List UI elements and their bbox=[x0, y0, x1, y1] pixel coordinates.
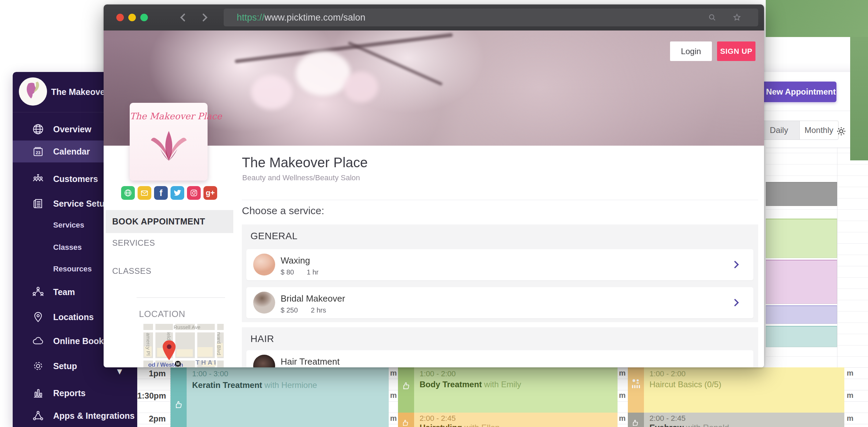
metro-station-icon: M bbox=[175, 361, 181, 367]
new-appointment-button[interactable]: + New Appointment bbox=[758, 82, 836, 102]
minimize-window-button[interactable] bbox=[128, 14, 136, 21]
location-heading: LOCATION bbox=[139, 309, 185, 319]
thumbs-up-icon bbox=[401, 419, 410, 427]
time-label: 1:30pm bbox=[137, 391, 166, 401]
service-row-bridal-makeover[interactable]: Bridal Makeover $ 250 2 hrs bbox=[246, 287, 753, 318]
chevron-right-icon[interactable] bbox=[731, 259, 741, 270]
nav-book-appointment[interactable]: BOOK APPOINTMENT bbox=[106, 210, 233, 233]
service-photo bbox=[253, 355, 275, 367]
sidebar-scroll-down-icon[interactable]: ▾ bbox=[117, 366, 122, 376]
bookmark-star-icon[interactable] bbox=[732, 13, 742, 22]
event-title: Haircut Basics (0/5) bbox=[649, 380, 721, 389]
event-haircut-basics[interactable]: 1:00 - 2:00 Haircut Basics (0/5) bbox=[628, 367, 844, 413]
calendar-event-block[interactable] bbox=[766, 182, 837, 206]
calendar-right-column bbox=[766, 147, 868, 367]
calendar-event-block[interactable] bbox=[766, 326, 837, 347]
event-title: Body Treatment with Emily bbox=[420, 380, 521, 389]
class-group-icon bbox=[631, 378, 642, 390]
nav-classes[interactable]: CLASSES bbox=[112, 266, 151, 276]
green-corner-decoration bbox=[766, 0, 868, 37]
view-toggle-monthly[interactable]: Monthly bbox=[800, 121, 838, 139]
sidebar-item-label: Service Setup bbox=[53, 199, 110, 209]
nav-services[interactable]: SERVICES bbox=[112, 238, 155, 248]
url-protocol: https:// bbox=[237, 12, 265, 23]
calendar-grid: 1pm 1:30pm 2pm 1:00 - 3:00 Keratin Treat… bbox=[137, 367, 868, 427]
globe-icon bbox=[32, 123, 44, 135]
back-icon[interactable] bbox=[178, 12, 189, 23]
website-icon[interactable] bbox=[121, 186, 135, 200]
calendar-icon: 23 bbox=[32, 145, 44, 158]
event-hairstyling[interactable]: 2:00 - 2:45 Hairstyling with Ellen bbox=[398, 413, 618, 427]
business-logo-card: The Makeover Place bbox=[130, 103, 208, 181]
lotus-logo bbox=[144, 125, 193, 170]
view-toggle: Daily Monthly bbox=[758, 121, 838, 140]
event-time: 2:00 - 2:45 bbox=[420, 414, 456, 423]
sidebar-item-label: Calendar bbox=[53, 147, 90, 157]
map-area-label: THAI bbox=[196, 359, 218, 366]
sidebar-item-reports[interactable]: Reports bbox=[13, 382, 137, 404]
workspace-avatar bbox=[19, 77, 47, 106]
view-toggle-daily[interactable]: Daily bbox=[759, 121, 800, 139]
chevron-right-icon[interactable] bbox=[731, 297, 741, 308]
sidebar-item-label: Team bbox=[53, 287, 75, 297]
service-row-hair-treatment[interactable]: Hair Treatment bbox=[246, 350, 753, 367]
service-name: Waxing bbox=[281, 255, 310, 266]
calendar-event-block[interactable] bbox=[766, 305, 837, 324]
booking-page: Login SIGN UP The Makeover Place f bbox=[104, 30, 764, 367]
signup-button[interactable]: SIGN UP bbox=[717, 41, 755, 61]
sidebar-item-label: Reports bbox=[53, 388, 85, 398]
service-photo bbox=[253, 254, 275, 276]
service-setup-icon bbox=[32, 197, 44, 210]
map-street-label: amercy Pl bbox=[145, 333, 151, 356]
calendar-event-block[interactable] bbox=[766, 260, 837, 304]
google-plus-icon[interactable]: g+ bbox=[203, 186, 217, 200]
browser-window: https://www.picktime.com/salon Login SIG… bbox=[104, 4, 764, 367]
business-name: The Makeover Place bbox=[242, 155, 368, 170]
email-icon[interactable] bbox=[138, 186, 151, 200]
address-bar[interactable]: https://www.picktime.com/salon bbox=[224, 9, 758, 26]
twitter-icon[interactable] bbox=[171, 186, 184, 200]
facebook-icon[interactable]: f bbox=[154, 186, 168, 200]
service-price: $ 80 bbox=[281, 268, 294, 276]
service-duration: 2 hrs bbox=[311, 306, 326, 314]
service-duration: 1 hr bbox=[307, 268, 318, 276]
map-street-label: rvard Blvd bbox=[216, 332, 222, 355]
choose-service-heading: Choose a service: bbox=[242, 205, 324, 217]
maximize-window-button[interactable] bbox=[140, 14, 148, 21]
time-label: 1pm bbox=[137, 369, 166, 378]
event-eyebrow[interactable]: 2:00 - 2:45 Eyebrow with Ronald bbox=[628, 413, 844, 427]
service-name: Bridal Makeover bbox=[281, 293, 345, 304]
event-time: 1:00 - 2:00 bbox=[420, 369, 456, 378]
service-name: Hair Treatment bbox=[281, 356, 340, 367]
event-time: 1:00 - 2:00 bbox=[649, 369, 685, 378]
close-window-button[interactable] bbox=[116, 14, 124, 21]
map-street-label: Russell Ave bbox=[174, 324, 200, 330]
calendar-event-block[interactable] bbox=[766, 219, 837, 258]
sidebar-item-label: Setup bbox=[53, 361, 77, 371]
sidebar-item-label: Locations bbox=[53, 312, 94, 322]
sidebar-item-apps-integrations[interactable]: Apps & Integrations bbox=[13, 405, 137, 427]
service-row-waxing[interactable]: Waxing $ 80 1 hr bbox=[246, 249, 753, 280]
event-keratin-treatment[interactable]: 1:00 - 3:00 Keratin Treatment with Hermi… bbox=[171, 367, 389, 427]
bar-chart-icon bbox=[32, 387, 44, 399]
location-map[interactable]: Russell Ave amercy Pl ield Pl rvard Blvd… bbox=[143, 324, 224, 367]
event-title: Keratin Treatment with Hermione bbox=[192, 380, 317, 390]
instagram-icon[interactable] bbox=[187, 186, 201, 200]
sidebar-item-label: Customers bbox=[53, 174, 98, 184]
gear-icon bbox=[32, 360, 44, 372]
url-text: www.picktime.com/salon bbox=[265, 12, 365, 23]
service-price: $ 250 bbox=[281, 306, 298, 314]
svg-text:23: 23 bbox=[36, 150, 40, 155]
calendar-settings-gear-icon[interactable] bbox=[835, 125, 847, 137]
sidebar-item-label: Overview bbox=[53, 124, 91, 134]
event-time: 1:00 - 3:00 bbox=[192, 369, 228, 378]
search-icon[interactable] bbox=[707, 13, 717, 22]
login-button[interactable]: Login bbox=[670, 41, 712, 61]
cloud-icon bbox=[32, 335, 44, 347]
business-category: Beauty and Wellness/Beauty Salon bbox=[242, 173, 360, 182]
event-body-treatment[interactable]: 1:00 - 2:00 Body Treatment with Emily bbox=[398, 367, 618, 413]
team-icon bbox=[32, 286, 44, 298]
section-hair: HAIR Hair Treatment bbox=[242, 327, 758, 367]
forward-icon[interactable] bbox=[199, 12, 210, 23]
section-title: HAIR bbox=[250, 333, 274, 344]
